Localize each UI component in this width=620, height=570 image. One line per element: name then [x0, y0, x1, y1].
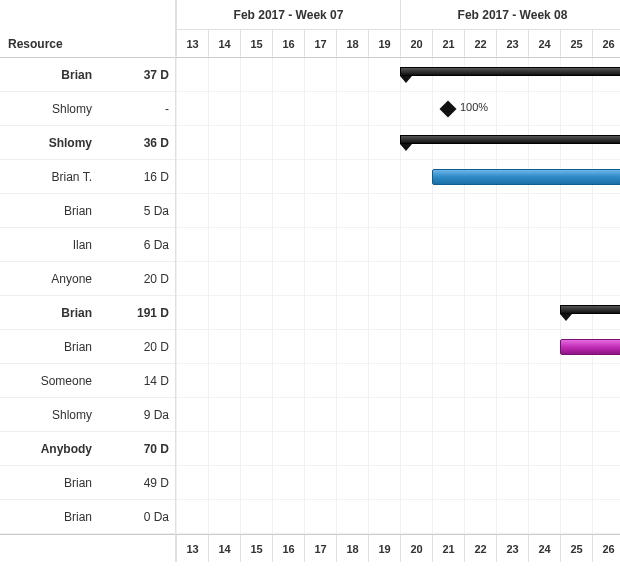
- duration-cell: 5 Da: [100, 204, 171, 218]
- week-header: Feb 2017 - Week 08: [400, 0, 620, 30]
- resource-cell: Brian: [0, 306, 100, 320]
- day-header-cell: 13: [176, 30, 208, 57]
- resource-cell: Brian T.: [0, 170, 100, 184]
- timeline-row[interactable]: 100%: [176, 92, 620, 126]
- duration-cell: -: [100, 102, 171, 116]
- day-header-cell: 14: [208, 30, 240, 57]
- timeline-row[interactable]: [176, 160, 620, 194]
- table-row[interactable]: Brian20 D: [0, 330, 175, 364]
- day-header-cell: 16: [272, 30, 304, 57]
- gantt-task-bar[interactable]: [432, 169, 620, 185]
- resource-cell: Anyone: [0, 272, 100, 286]
- table-row[interactable]: Brian37 D: [0, 58, 175, 92]
- day-header-cell: 26: [592, 30, 620, 57]
- day-header-cell: 16: [272, 535, 304, 562]
- day-header-cell: 20: [400, 30, 432, 57]
- table-row[interactable]: Shlomy36 D: [0, 126, 175, 160]
- duration-cell: 20 D: [100, 272, 171, 286]
- timeline-body[interactable]: 100%: [176, 58, 620, 534]
- table-row[interactable]: Ilan6 Da: [0, 228, 175, 262]
- day-header-cell: 17: [304, 535, 336, 562]
- gantt-summary-bar[interactable]: [400, 135, 620, 144]
- resource-cell: Brian: [0, 510, 100, 524]
- gantt-chart: Resource Brian37 DShlomy-Shlomy36 DBrian…: [0, 0, 620, 562]
- day-header-cell: 23: [496, 30, 528, 57]
- milestone-label: 100%: [460, 101, 488, 113]
- timeline-header-days: 1314151617181920212223242526: [176, 30, 620, 58]
- day-header-cell: 23: [496, 535, 528, 562]
- day-header-cell: 13: [176, 535, 208, 562]
- day-header-cell: 25: [560, 30, 592, 57]
- resource-cell: Brian: [0, 68, 100, 82]
- table-row[interactable]: Shlomy9 Da: [0, 398, 175, 432]
- duration-cell: 20 D: [100, 340, 171, 354]
- day-header-cell: 20: [400, 535, 432, 562]
- timeline-row[interactable]: [176, 228, 620, 262]
- gantt-timeline-pane[interactable]: Feb 2017 - Week 07Feb 2017 - Week 08 131…: [176, 0, 620, 562]
- week-header: Feb 2017 - Week 07: [176, 0, 400, 30]
- timeline-row[interactable]: [176, 432, 620, 466]
- timeline-row[interactable]: [176, 500, 620, 534]
- resource-cell: Shlomy: [0, 102, 100, 116]
- day-header-cell: 21: [432, 30, 464, 57]
- table-row[interactable]: Brian5 Da: [0, 194, 175, 228]
- left-header-spacer: [0, 0, 175, 30]
- day-header-cell: 22: [464, 30, 496, 57]
- duration-cell: 191 D: [100, 306, 171, 320]
- duration-cell: 14 D: [100, 374, 171, 388]
- resource-cell: Shlomy: [0, 408, 100, 422]
- left-footer-spacer: [0, 534, 175, 562]
- gantt-task-bar[interactable]: [560, 339, 620, 355]
- gantt-summary-bar[interactable]: [400, 67, 620, 76]
- timeline-row[interactable]: [176, 58, 620, 92]
- table-row[interactable]: Someone14 D: [0, 364, 175, 398]
- day-header-cell: 15: [240, 535, 272, 562]
- day-header-cell: 19: [368, 535, 400, 562]
- day-header-cell: 26: [592, 535, 620, 562]
- resource-cell: Someone: [0, 374, 100, 388]
- timeline-row[interactable]: [176, 466, 620, 500]
- day-header-cell: 18: [336, 30, 368, 57]
- resource-cell: Brian: [0, 204, 100, 218]
- timeline-row[interactable]: [176, 364, 620, 398]
- left-header-row: Resource: [0, 30, 175, 58]
- resource-cell: Shlomy: [0, 136, 100, 150]
- duration-cell: 37 D: [100, 68, 171, 82]
- resource-cell: Anybody: [0, 442, 100, 456]
- table-row[interactable]: Brian49 D: [0, 466, 175, 500]
- resource-cell: Ilan: [0, 238, 100, 252]
- timeline-row[interactable]: [176, 296, 620, 330]
- gantt-left-pane: Resource Brian37 DShlomy-Shlomy36 DBrian…: [0, 0, 176, 562]
- duration-cell: 49 D: [100, 476, 171, 490]
- duration-cell: 9 Da: [100, 408, 171, 422]
- duration-cell: 70 D: [100, 442, 171, 456]
- day-header-cell: 24: [528, 30, 560, 57]
- day-header-cell: 17: [304, 30, 336, 57]
- day-header-cell: 15: [240, 30, 272, 57]
- day-header-cell: 22: [464, 535, 496, 562]
- day-header-cell: 14: [208, 535, 240, 562]
- table-row[interactable]: Brian191 D: [0, 296, 175, 330]
- resource-cell: Brian: [0, 340, 100, 354]
- duration-cell: 0 Da: [100, 510, 171, 524]
- timeline-row[interactable]: [176, 330, 620, 364]
- table-row[interactable]: Brian T.16 D: [0, 160, 175, 194]
- timeline-row[interactable]: [176, 194, 620, 228]
- day-header-cell: 24: [528, 535, 560, 562]
- gantt-summary-bar[interactable]: [560, 305, 620, 314]
- duration-cell: 6 Da: [100, 238, 171, 252]
- timeline-row[interactable]: [176, 398, 620, 432]
- column-header-resource[interactable]: Resource: [0, 37, 100, 51]
- resource-cell: Brian: [0, 476, 100, 490]
- day-header-cell: 18: [336, 535, 368, 562]
- timeline-footer-days: 1314151617181920212223242526: [176, 534, 620, 562]
- table-row[interactable]: Anyone20 D: [0, 262, 175, 296]
- day-header-cell: 21: [432, 535, 464, 562]
- table-row[interactable]: Anybody70 D: [0, 432, 175, 466]
- timeline-row[interactable]: [176, 126, 620, 160]
- timeline-header-weeks: Feb 2017 - Week 07Feb 2017 - Week 08: [176, 0, 620, 30]
- table-row[interactable]: Brian0 Da: [0, 500, 175, 534]
- duration-cell: 16 D: [100, 170, 171, 184]
- timeline-row[interactable]: [176, 262, 620, 296]
- table-row[interactable]: Shlomy-: [0, 92, 175, 126]
